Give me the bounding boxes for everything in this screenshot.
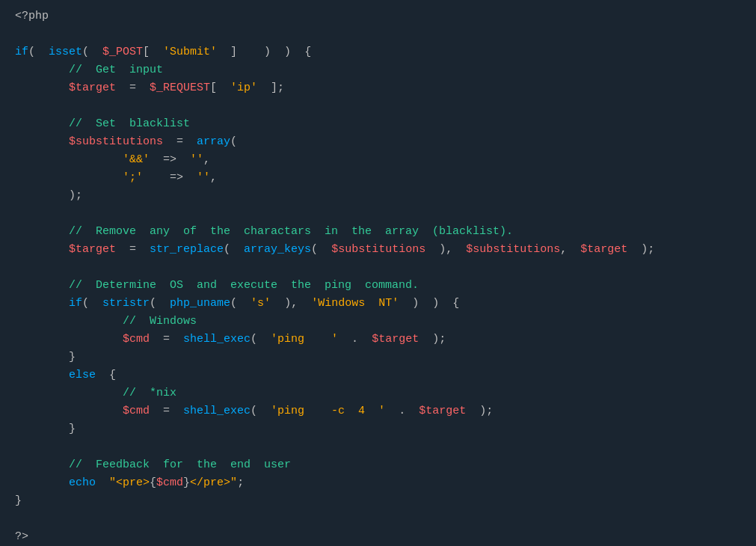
line-blank-2 (15, 97, 741, 115)
line-9: '&&' => '', (15, 151, 741, 169)
line-11: ); (15, 187, 741, 205)
line-10: ';' => '', (15, 169, 741, 187)
line-26: // Feedback for the end user (15, 456, 741, 474)
line-28: } (15, 492, 741, 510)
line-14: $target = str_replace( array_keys( $subs… (15, 241, 741, 259)
line-17: if( stristr( php_uname( 's' ), 'Windows … (15, 295, 741, 313)
line-20: } (15, 349, 741, 366)
line-blank-5 (15, 438, 741, 456)
line-blank-6 (15, 510, 741, 528)
line-1: <?php (15, 7, 741, 25)
line-8: $substitutions = array( (15, 133, 741, 151)
line-24: } (15, 420, 741, 438)
line-22: // *nix (15, 384, 741, 402)
line-16: // Determine OS and execute the ping com… (15, 277, 741, 295)
code-editor: <?php if( isset( $_POST[ 'Submit' ] ) ) … (0, 0, 756, 546)
line-3: if( isset( $_POST[ 'Submit' ] ) ) { (15, 43, 741, 61)
line-23: $cmd = shell_exec( 'ping -c 4 ' . $targe… (15, 402, 741, 420)
line-4: // Get input (15, 61, 741, 79)
line-19: $cmd = shell_exec( 'ping ' . $target ); (15, 331, 741, 349)
line-blank-1 (15, 25, 741, 43)
line-13: // Remove any of the charactars in the a… (15, 223, 741, 241)
line-blank-4 (15, 259, 741, 277)
line-5: $target = $_REQUEST[ 'ip' ]; (15, 79, 741, 97)
line-21: else { (15, 366, 741, 384)
line-blank-3 (15, 205, 741, 223)
line-30: ?> (15, 528, 741, 546)
line-7: // Set blacklist (15, 115, 741, 133)
line-27: echo "<pre>{$cmd}</pre>"; (15, 474, 741, 492)
line-18: // Windows (15, 313, 741, 331)
